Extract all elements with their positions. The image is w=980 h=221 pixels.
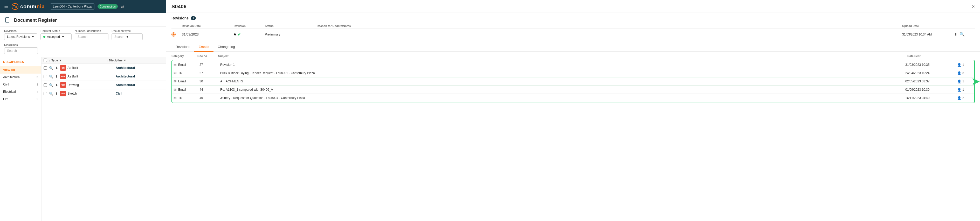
discipline-count-architectural: 3 <box>37 76 38 79</box>
search-revision-btn[interactable]: 🔍 <box>959 32 965 37</box>
revision-status-col-header: Status <box>265 24 317 27</box>
search-action-btn[interactable]: 🔍 <box>49 74 54 79</box>
row-actions: 🔍 ⬇ <box>49 74 59 79</box>
close-button[interactable]: × <box>972 4 975 9</box>
email-type: Email <box>178 63 186 66</box>
email-row[interactable]: ✉ Email 27 Revision 1 31/03/2023 10:35 👤… <box>172 61 974 69</box>
tab-change-log[interactable]: Change log <box>213 42 239 52</box>
email-envelope-icon: ✉ <box>173 79 177 84</box>
email-subject: Revision 1 <box>220 63 905 66</box>
row-type: As Built <box>67 75 116 78</box>
email-user-count: 👤 1 <box>957 88 973 92</box>
email-type: Email <box>178 79 186 83</box>
email-category: ✉ Email <box>173 79 199 84</box>
user-icon: 👤 <box>957 63 961 67</box>
discipline-count-civil: 1 <box>37 83 38 86</box>
search-action-btn[interactable]: 🔍 <box>49 91 54 96</box>
svg-point-2 <box>15 6 17 8</box>
emails-table: Category Doc no Subject Date Sent ✉ Emai… <box>166 52 980 221</box>
table-header: ↑ Type ▼ ↑ Discipline ▼ <box>41 57 166 64</box>
disciplines-filter: Disciplines Search <box>4 43 38 54</box>
download-action-btn[interactable]: ⬇ <box>55 83 59 88</box>
register-status-label: Register Status <box>40 29 72 32</box>
email-row[interactable]: ✉ TR 27 Brick & Block Laying - Tender Re… <box>172 69 974 77</box>
discipline-label-electrical: Electrical <box>3 90 16 93</box>
download-action-btn[interactable]: ⬇ <box>55 74 59 79</box>
revision-col-header: Revision <box>234 24 265 27</box>
row-checkbox[interactable] <box>44 66 47 70</box>
revision-check-icon: ✔ <box>238 32 241 36</box>
revisions-dropdown[interactable]: Latest Revisions ▼ <box>4 33 37 40</box>
revision-reason-col-header: Reason for Update/Notes <box>317 24 902 27</box>
email-cat-col-header: Category <box>172 54 197 57</box>
email-doc-no: 27 <box>199 71 220 75</box>
email-user-count: 👤 1 <box>957 79 973 84</box>
revisions-section-label: Revisions <box>172 16 189 20</box>
email-doc-no: 45 <box>199 96 220 100</box>
email-date-sent: 01/09/2023 10:30 <box>905 88 957 92</box>
search-action-btn[interactable]: 🔍 <box>49 83 54 88</box>
col-type-header: ↑ Type ▼ <box>49 59 107 62</box>
revision-code: A ✔ <box>234 32 265 36</box>
revision-radio[interactable] <box>172 32 182 36</box>
tab-emails[interactable]: Emails <box>194 42 213 52</box>
logo: commnia <box>11 3 45 10</box>
menu-icon[interactable]: ☰ <box>4 4 8 9</box>
col-type-label: Type <box>52 59 58 62</box>
document-type-filter: Document type Search ▼ <box>111 29 143 40</box>
discipline-label-fire: Fire <box>3 97 9 101</box>
row-checkbox[interactable] <box>44 92 47 95</box>
revision-row: 31/03/2023 A ✔ Preliminary 31/03/2023 10… <box>172 30 975 38</box>
left-panel: ☰ commnia Lsun004 - Canterbury Plaza Con… <box>0 0 166 221</box>
select-all-checkbox[interactable] <box>44 58 47 62</box>
email-type: TR <box>178 96 182 100</box>
email-subject: ATTACHMENTS <box>220 79 905 83</box>
number-desc-filter: Number / description Search <box>75 29 108 40</box>
email-subject-col-header: Subject <box>218 54 907 57</box>
email-type: Email <box>178 88 186 92</box>
row-checkbox[interactable] <box>44 84 47 87</box>
email-envelope-icon: ✉ <box>173 71 177 75</box>
disciplines-sidebar: Disciplines View All Architectural 3 Civ… <box>0 57 41 221</box>
document-type-label: Document type <box>111 29 143 32</box>
project-badge[interactable]: Lsun004 - Canterbury Plaza <box>50 3 94 9</box>
document-type-dropdown[interactable]: Search ▼ <box>111 33 143 40</box>
search-action-btn[interactable]: 🔍 <box>49 66 54 71</box>
discipline-item-electrical[interactable]: Electrical 4 <box>0 88 41 95</box>
email-doc-no: 27 <box>199 63 220 66</box>
logo-icon <box>11 3 19 10</box>
register-status-dropdown[interactable]: Accepted ▼ <box>40 33 72 40</box>
email-envelope-icon: ✉ <box>173 96 177 100</box>
construction-badge[interactable]: Construction <box>97 4 118 9</box>
tab-revisions[interactable]: Revisions <box>172 42 194 52</box>
download-revision-btn[interactable]: ⬇ <box>954 32 958 37</box>
revisions-filter-label: Revisions <box>4 29 37 32</box>
revisions-header: Revisions 1 <box>172 16 975 20</box>
discipline-item-view-all[interactable]: View All <box>0 66 41 74</box>
email-row[interactable]: ✉ TR 45 Joinery - Request for Quotation … <box>172 94 974 102</box>
row-checkbox[interactable] <box>44 75 47 78</box>
discipline-item-architectural[interactable]: Architectural 3 <box>0 74 41 81</box>
number-desc-label: Number / description <box>75 29 108 32</box>
download-action-btn[interactable]: ⬇ <box>55 66 59 71</box>
email-date-sent: 02/05/2023 03:37 <box>905 79 957 83</box>
email-count-col-header <box>959 54 975 57</box>
disciplines-title: Disciplines <box>0 60 41 66</box>
discipline-label-architectural: Architectural <box>3 76 21 79</box>
email-row[interactable]: ✉ Email 44 Re: A1103_1 compared with S04… <box>172 85 974 94</box>
row-actions: 🔍 ⬇ <box>49 83 59 88</box>
discipline-item-civil[interactable]: Civil 1 <box>0 81 41 88</box>
email-row[interactable]: ✉ Email 30 ATTACHMENTS 02/05/2023 03:37 … <box>172 77 974 85</box>
user-icon: 👤 <box>957 79 961 84</box>
table-row: 🔍 ⬇ PDF As Built Architectural <box>41 64 166 72</box>
number-desc-input[interactable]: Search <box>75 33 108 40</box>
right-panel: S0406 × Revisions 1 Revision Date Revisi… <box>166 0 980 221</box>
discipline-item-fire[interactable]: Fire 2 <box>0 95 41 103</box>
swap-icon[interactable]: ⇄ <box>121 4 124 9</box>
email-doc-no: 30 <box>199 79 220 83</box>
row-actions: 🔍 ⬇ <box>49 66 59 71</box>
disciplines-filter-label: Disciplines <box>4 43 38 46</box>
disciplines-input[interactable]: Search <box>4 47 38 54</box>
download-action-btn[interactable]: ⬇ <box>55 91 59 96</box>
email-category: ✉ Email <box>173 88 199 92</box>
